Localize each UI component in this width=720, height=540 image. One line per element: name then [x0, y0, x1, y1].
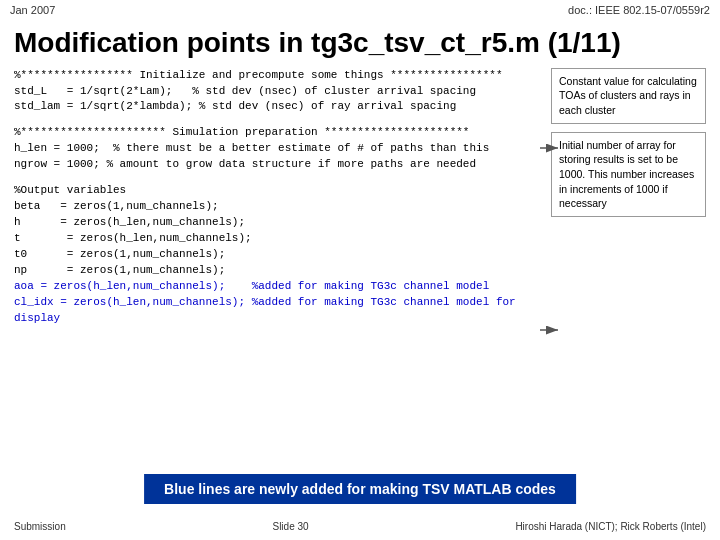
callout-box-2-text: Initial number of array for storing resu…: [559, 139, 694, 210]
out-line-1: %Output variables: [14, 183, 541, 199]
output-section: %Output variables beta = zeros(1,num_cha…: [14, 183, 541, 326]
sim-line-2: h_len = 1000; % there must be a better e…: [14, 141, 541, 157]
footer-center: Slide 30: [272, 521, 308, 532]
out-line-6: np = zeros(1,num_channels);: [14, 263, 541, 279]
footer: Submission Slide 30 Hiroshi Harada (NICT…: [0, 521, 720, 532]
callout-box-2: Initial number of array for storing resu…: [551, 132, 706, 217]
callout-box-1-text: Constant value for calculating TOAs of c…: [559, 75, 697, 116]
callout-box-1: Constant value for calculating TOAs of c…: [551, 68, 706, 124]
out-line-2: beta = zeros(1,num_channels);: [14, 199, 541, 215]
out-line-8: cl_idx = zeros(h_len,num_channels); %add…: [14, 295, 541, 327]
out-line-7: aoa = zeros(h_len,num_channels); %added …: [14, 279, 541, 295]
init-line-3: std_lam = 1/sqrt(2*lambda); % std dev (n…: [14, 99, 541, 115]
out-line-4: t = zeros(h_len,num_channels);: [14, 231, 541, 247]
header-right: doc.: IEEE 802.15-07/0559r2: [568, 4, 710, 16]
init-line-1: %***************** Initialize and precom…: [14, 68, 541, 84]
out-line-3: h = zeros(h_len,num_channels);: [14, 215, 541, 231]
sim-line-1: %********************** Simulation prepa…: [14, 125, 541, 141]
sim-line-3: ngrow = 1000; % amount to grow data stru…: [14, 157, 541, 173]
page-title: Modification points in tg3c_tsv_ct_r5.m …: [14, 26, 706, 60]
sim-section: %********************** Simulation prepa…: [14, 125, 541, 173]
footer-left: Submission: [14, 521, 66, 532]
callout-boxes: Constant value for calculating TOAs of c…: [551, 68, 706, 337]
footer-right: Hiroshi Harada (NICT); Rick Roberts (Int…: [515, 521, 706, 532]
code-content: %***************** Initialize and precom…: [14, 68, 541, 337]
header-left: Jan 2007: [10, 4, 55, 16]
init-section: %***************** Initialize and precom…: [14, 68, 541, 116]
out-line-5: t0 = zeros(1,num_channels);: [14, 247, 541, 263]
init-line-2: std_L = 1/sqrt(2*Lam); % std dev (nsec) …: [14, 84, 541, 100]
banner-text: Blue lines are newly added for making TS…: [164, 481, 556, 497]
banner: Blue lines are newly added for making TS…: [144, 474, 576, 504]
